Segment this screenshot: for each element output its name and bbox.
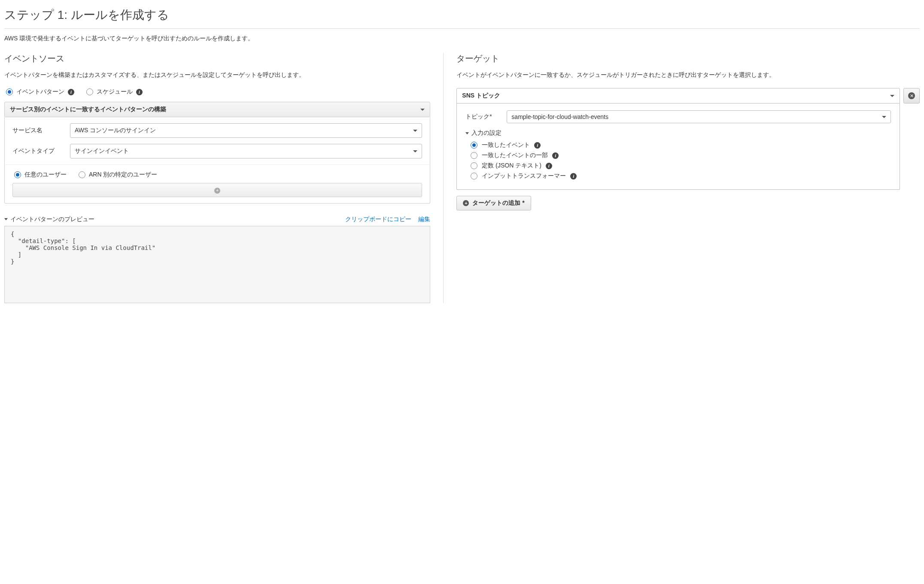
- info-icon[interactable]: i: [68, 89, 74, 95]
- radio-arn-user[interactable]: ARN 別の特定のユーザー: [79, 171, 157, 179]
- chevron-down-icon: [465, 132, 469, 134]
- radio-any-user-label: 任意のユーザー: [24, 171, 67, 179]
- event-type-value: サインインイベント: [75, 147, 129, 155]
- page-description: AWS 環境で発生するイベントに基づいてターゲットを呼び出すためのルールを作成し…: [4, 35, 920, 43]
- event-type-select[interactable]: サインインイベント: [70, 144, 422, 158]
- chevron-down-icon: [890, 95, 894, 97]
- radio-any-user[interactable]: 任意のユーザー: [14, 171, 67, 179]
- radio-icon: [471, 152, 477, 159]
- remove-target-button[interactable]: ✕: [903, 88, 920, 103]
- targets-column: ターゲット イベントがイベントパターンに一致するか、スケジュールがトリガーされた…: [444, 53, 920, 303]
- info-icon[interactable]: i: [136, 89, 143, 95]
- radio-event-pattern[interactable]: イベントパターン i: [6, 88, 74, 96]
- target-config-panel: トピック* sample-topic-for-cloud-watch-event…: [456, 103, 900, 190]
- target-type-value: SNS トピック: [462, 92, 500, 100]
- radio-partial-label: 一致したイベントの一部: [482, 152, 548, 159]
- service-name-label: サービス名: [12, 127, 64, 134]
- event-type-label: イベントタイプ: [12, 147, 64, 155]
- event-source-desc: イベントパターンを構築またはカスタマイズする、またはスケジュールを設定してターゲ…: [4, 70, 430, 79]
- pattern-builder-dropdown[interactable]: サービス別のイベントに一致するイベントパターンの構築: [4, 102, 430, 117]
- radio-icon: [471, 162, 477, 169]
- page-title: ステップ 1: ルールを作成する: [4, 7, 920, 29]
- radio-icon: [86, 88, 93, 95]
- radio-matched-event[interactable]: 一致したイベント i: [471, 141, 891, 149]
- add-target-button[interactable]: + ターゲットの追加 *: [456, 196, 531, 210]
- event-source-column: イベントソース イベントパターンを構築またはカスタマイズする、またはスケジュール…: [4, 53, 444, 303]
- chevron-down-icon: [4, 218, 8, 220]
- chevron-down-icon: [413, 130, 417, 132]
- pattern-builder-label: サービス別のイベントに一致するイベントパターンの構築: [10, 106, 166, 113]
- service-name-value: AWS コンソールのサインイン: [75, 127, 156, 134]
- radio-constant-json[interactable]: 定数 (JSON テキスト) i: [471, 162, 891, 170]
- radio-icon: [471, 142, 477, 149]
- edit-link[interactable]: 編集: [418, 216, 430, 222]
- radio-matched-label: 一致したイベント: [482, 141, 530, 149]
- copy-to-clipboard-link[interactable]: クリップボードにコピー: [345, 216, 411, 222]
- add-condition-button[interactable]: +: [12, 183, 422, 197]
- event-pattern-preview-code: { "detail-type": [ "AWS Console Sign In …: [4, 226, 430, 303]
- radio-input-transformer[interactable]: インプットトランスフォーマー i: [471, 172, 891, 180]
- radio-schedule-label: スケジュール: [97, 88, 133, 96]
- service-name-select[interactable]: AWS コンソールのサインイン: [70, 123, 422, 138]
- targets-title: ターゲット: [456, 53, 920, 64]
- chevron-down-icon: [882, 116, 886, 118]
- input-config-label: 入力の設定: [471, 129, 502, 137]
- chevron-down-icon: [413, 150, 417, 152]
- topic-select[interactable]: sample-topic-for-cloud-watch-events: [507, 110, 891, 123]
- radio-transformer-label: インプットトランスフォーマー: [482, 172, 566, 180]
- plus-icon: +: [214, 188, 220, 194]
- radio-icon: [14, 171, 21, 178]
- chevron-down-icon: [420, 109, 425, 111]
- preview-toggle[interactable]: イベントパターンのプレビュー: [4, 216, 94, 223]
- preview-title-label: イベントパターンのプレビュー: [10, 216, 94, 223]
- radio-event-pattern-label: イベントパターン: [16, 88, 64, 96]
- info-icon[interactable]: i: [534, 142, 541, 149]
- input-config-toggle[interactable]: 入力の設定: [465, 129, 891, 137]
- plus-icon: +: [463, 200, 469, 206]
- topic-value: sample-topic-for-cloud-watch-events: [511, 113, 608, 120]
- radio-schedule[interactable]: スケジュール i: [86, 88, 143, 96]
- event-source-title: イベントソース: [4, 53, 430, 64]
- add-target-label: ターゲットの追加 *: [472, 199, 524, 207]
- radio-arn-user-label: ARN 別の特定のユーザー: [89, 171, 157, 179]
- pattern-builder-panel: サービス名 AWS コンソールのサインイン イベントタイプ サインインイベント …: [4, 117, 430, 204]
- radio-constant-label: 定数 (JSON テキスト): [482, 162, 541, 170]
- info-icon[interactable]: i: [546, 163, 552, 169]
- radio-icon: [79, 171, 85, 178]
- targets-desc: イベントがイベントパターンに一致するか、スケジュールがトリガーされたときに呼び出…: [456, 70, 920, 79]
- info-icon[interactable]: i: [552, 152, 559, 159]
- radio-partial-event[interactable]: 一致したイベントの一部 i: [471, 152, 891, 159]
- radio-icon: [471, 173, 477, 179]
- target-type-select[interactable]: SNS トピック: [456, 88, 900, 103]
- info-icon[interactable]: i: [570, 173, 577, 179]
- radio-icon: [6, 88, 13, 95]
- topic-label: トピック*: [465, 113, 500, 121]
- close-icon: ✕: [908, 92, 915, 99]
